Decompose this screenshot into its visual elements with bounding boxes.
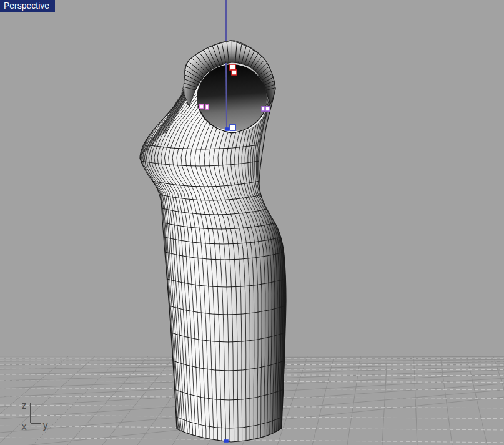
viewport-canvas[interactable]: z y x: [0, 0, 504, 445]
viewport-title-tab[interactable]: Perspective: [0, 0, 55, 12]
control-point-purple-2[interactable]: [265, 107, 270, 111]
control-point-magenta-1[interactable]: [199, 104, 204, 109]
control-point-blue-1[interactable]: [230, 125, 235, 130]
construction-line-through-opening: [226, 63, 227, 129]
gizmo-x-label: x: [21, 421, 27, 433]
control-point-red-1[interactable]: [230, 64, 235, 70]
gizmo-z-label: z: [21, 400, 27, 411]
control-point-blue-tick[interactable]: [225, 128, 229, 130]
control-point-blue-hem[interactable]: [224, 440, 228, 442]
gizmo-y-label: y: [42, 420, 48, 431]
control-point-red-2[interactable]: [232, 70, 237, 75]
control-point-purple-1[interactable]: [262, 107, 265, 111]
control-point-magenta-2[interactable]: [205, 105, 209, 109]
perspective-viewport[interactable]: z y x Perspective: [0, 0, 504, 445]
